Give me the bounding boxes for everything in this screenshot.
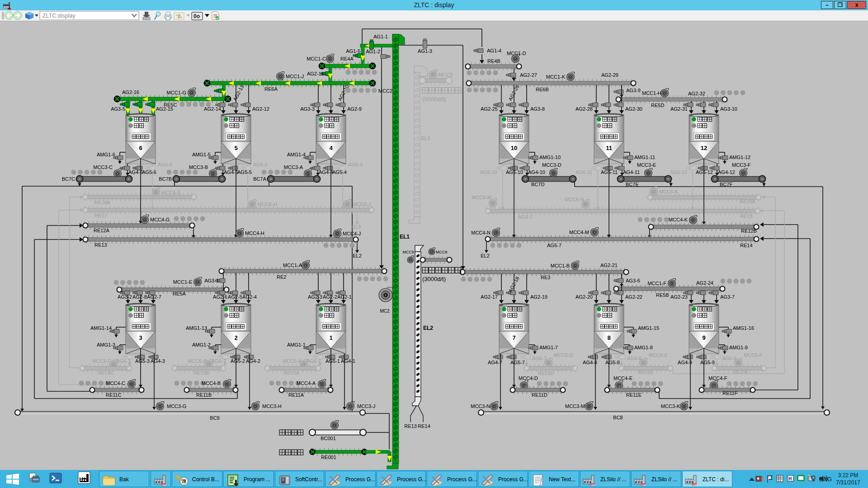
svg-text:RE001: RE001 [321,455,336,460]
svg-text:RE11B: RE11B [196,392,212,398]
svg-text:MCC6-K: MCC6-K [659,189,679,194]
svg-text:8: 8 [607,334,610,341]
svg-text:5: 5 [234,145,237,151]
svg-text:RE4B: RE4B [487,58,500,64]
svg-text:AG5-9: AG5-9 [700,360,715,365]
svg-text:AG6-12: AG6-12 [670,169,687,175]
svg-text:AG4-3: AG4-3 [151,358,165,364]
svg-text:BC7A: BC7A [253,176,266,182]
svg-text:AG1-4: AG1-4 [487,48,501,53]
svg-text:AG4-8: AG4-8 [583,360,597,365]
svg-text:ABB: ABB [162,484,166,486]
svg-text:AG2-4: AG2-4 [242,294,257,300]
svg-text:AG3-1: AG3-1 [204,278,219,283]
svg-text:RE6B: RE6B [536,87,549,92]
svg-text:RE3: RE3 [541,275,550,280]
svg-text:MCC3-J: MCC3-J [357,404,375,409]
svg-text:RE15F: RE15F [733,369,749,375]
svg-text:AG6-7: AG6-7 [518,214,533,220]
svg-text:MCC3-A: MCC3-A [284,164,303,170]
svg-text:EL3: EL3 [421,136,430,141]
svg-text:RE5C: RE5C [164,102,177,108]
svg-text:3: 3 [139,334,142,341]
svg-text:MCC2: MCC2 [378,88,392,94]
svg-text:RE6A: RE6A [264,86,278,92]
svg-text:MCC4-J: MCC4-J [343,231,361,236]
svg-text:AG2-16: AG2-16 [122,89,139,95]
svg-text:AG1-1: AG1-1 [373,34,388,39]
svg-text:RE17: RE17 [94,213,107,218]
svg-text:AG6-8: AG6-8 [627,356,642,361]
svg-text:AG2-21: AG2-21 [600,263,618,268]
svg-text:MCC4-B: MCC4-B [202,380,221,386]
svg-text:AG5-5: AG5-5 [237,169,252,175]
svg-text:MCC4-K: MCC4-K [669,217,688,222]
svg-text:11: 11 [606,145,612,151]
svg-text:AG1-2: AG1-2 [366,49,380,54]
svg-text:AG2-8: AG2-8 [132,294,147,300]
svg-text:AG2-29: AG2-29 [601,72,618,78]
svg-text:RE13: RE13 [94,242,107,248]
svg-text:RE11A: RE11A [288,392,304,398]
svg-text:RE11D: RE11D [532,392,547,398]
svg-text:MCC3-E: MCC3-E [637,162,656,168]
svg-text:ABB: ABB [693,484,697,486]
svg-text:AG5-8: AG5-8 [605,360,620,365]
svg-text:(3000d/t): (3000d/t) [422,276,446,282]
svg-text:MCC3-N: MCC3-N [471,404,490,409]
svg-text:AG5-1: AG5-1 [326,358,340,364]
svg-text:AG4-10: AG4-10 [528,169,545,175]
svg-text:MCC3-K: MCC3-K [661,404,680,409]
svg-text:AG3-2: AG3-2 [118,294,132,300]
svg-text:AG2-9: AG2-9 [347,106,362,112]
svg-text:AG1-3: AG1-3 [418,48,432,54]
svg-text:AG2-22: AG2-22 [625,294,642,300]
svg-text:AG2-25: AG2-25 [481,106,498,112]
svg-text:MCC4-F: MCC4-F [708,375,727,381]
svg-text:RE5B: RE5B [656,292,669,298]
svg-text:AG2-3: AG2-3 [308,294,322,300]
svg-text:RE14: RE14 [418,423,430,429]
svg-text:AG3-8: AG3-8 [530,106,545,112]
svg-text:AMG1-8: AMG1-8 [634,345,653,350]
svg-text:AG4-9: AG4-9 [678,360,692,365]
svg-text:AG5-12: AG5-12 [696,169,713,175]
svg-text:7: 7 [512,334,515,341]
svg-text:1: 1 [329,334,332,341]
svg-text:MCC6-N: MCC6-N [565,197,584,202]
svg-text:AMG1-4: AMG1-4 [287,152,306,157]
svg-text:RE16A: RE16A [94,200,111,205]
svg-text:MCC6-D: MCC6-D [554,352,573,358]
svg-text:AG3-7: AG3-7 [720,294,735,300]
svg-text:AMG1-10: AMG1-10 [539,155,561,160]
svg-text:MCC6-B: MCC6-B [188,358,207,364]
svg-text:AG2-12: AG2-12 [252,106,269,112]
svg-text:MCC6-G: MCC6-G [161,190,181,195]
svg-text:AG2-27: AG2-27 [520,72,537,78]
svg-text:AMG1-12: AMG1-12 [729,155,750,160]
svg-text:RE5A: RE5A [173,291,186,296]
svg-text:AMG1-6: AMG1-6 [97,152,115,157]
svg-text:MC2: MC2 [380,309,390,314]
svg-text:MCC6-C: MCC6-C [92,358,112,364]
svg-text:MCC3-D: MCC3-D [542,162,561,168]
svg-text:AG3-6: AG3-6 [626,278,640,283]
svg-text:MCC1-H: MCC1-H [642,90,661,96]
svg-text:MCC1-K: MCC1-K [546,74,566,80]
svg-text:ABB: ABB [642,484,646,486]
svg-text:EL3: EL3 [352,224,361,230]
svg-text:MCC9: MCC9 [439,72,453,77]
svg-text:AG2-1: AG2-1 [337,294,352,300]
svg-text:BC7D: BC7D [531,182,544,187]
svg-text:BC7C: BC7C [62,176,75,182]
svg-text:AMG1-1: AMG1-1 [287,342,306,347]
svg-text:RE2: RE2 [277,274,286,280]
svg-text:BC7F: BC7F [720,182,732,187]
svg-text:AMG1-3: AMG1-3 [97,342,115,347]
svg-text:AG2-7: AG2-7 [147,294,161,300]
svg-text:MCC1-D: MCC1-D [507,51,526,56]
svg-text:MCC8: MCC8 [436,250,448,254]
svg-text:ENG: ENG [819,476,832,483]
svg-text:AG2-6: AG2-6 [213,294,227,300]
svg-text:AG6-4: AG6-4 [348,162,363,167]
